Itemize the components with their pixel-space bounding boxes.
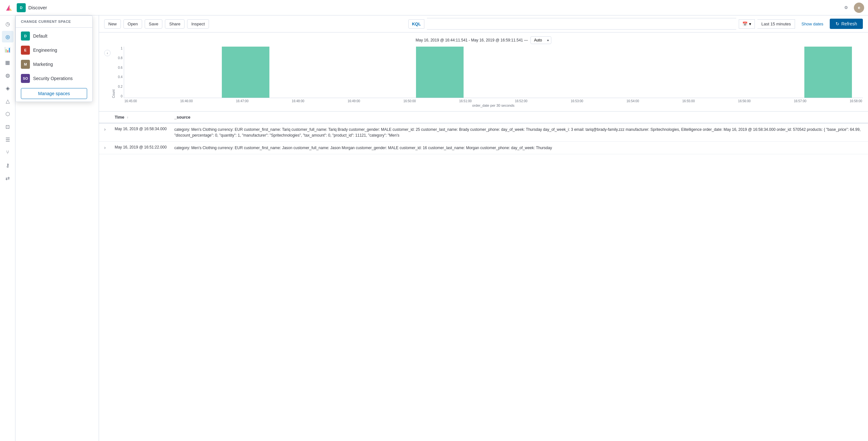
x-label: 16:52:00 <box>515 99 528 103</box>
space-item-default[interactable]: D Default <box>16 29 92 43</box>
chart-header: May 16, 2019 @ 16:44:11.541 - May 16, 20… <box>104 36 863 44</box>
x-label: 16:45:00 <box>124 99 137 103</box>
x-label: 16:56:00 <box>738 99 751 103</box>
sidebar-icon-key[interactable]: ⚷ <box>2 159 13 171</box>
table-body: › May 16, 2019 @ 16:58:34.000 category: … <box>99 123 868 154</box>
space-item-marketing[interactable]: M Marketing <box>16 57 92 71</box>
refresh-button[interactable]: ↻ Refresh <box>830 19 863 29</box>
data-table: Time ↑ _source › May 16, 2019 @ 16:58:34… <box>99 112 868 154</box>
chart-date-range: May 16, 2019 @ 16:44:11.541 - May 16, 20… <box>416 38 528 42</box>
sidebar-icons: ◷ ◎ 📊 ▦ ◍ ◈ △ ⬡ ⊡ ☰ ⑂ ⚷ ⇄ <box>0 15 16 441</box>
manage-spaces-button[interactable]: Manage spaces <box>21 88 87 99</box>
sidebar-icon-stack[interactable]: ☰ <box>2 134 13 145</box>
expand-row-1[interactable]: › <box>103 127 107 132</box>
marketing-space-label: Marketing <box>33 62 53 67</box>
chart-wrapper: ‹ Count 1 0.8 0.6 0.4 0.2 0 <box>104 46 863 107</box>
table-row: › May 16, 2019 @ 16:51:22.000 category: … <box>99 142 868 154</box>
sidebar-icon-git[interactable]: ⑂ <box>2 147 13 158</box>
sidebar-icon-gauge[interactable]: ◍ <box>2 69 13 81</box>
toolbar-left: New Open Save Share Inspect <box>104 19 406 29</box>
table-row: › May 16, 2019 @ 16:58:34.000 category: … <box>99 123 868 142</box>
share-button[interactable]: Share <box>165 19 185 29</box>
x-label: 16:55:00 <box>682 99 695 103</box>
sidebar-icon-clock[interactable]: ◷ <box>2 18 13 30</box>
chart-bars-area[interactable]: 16:45:0016:46:0016:47:0016:48:0016:49:00… <box>124 46 863 107</box>
sidebar-icon-map[interactable]: ◈ <box>2 82 13 94</box>
x-label: 16:48:00 <box>292 99 305 103</box>
refresh-icon: ↻ <box>836 21 839 26</box>
search-input[interactable] <box>427 18 736 30</box>
space-menu: CHANGE CURRENT SPACE D Default E Enginee… <box>16 15 93 102</box>
engineering-space-label: Engineering <box>33 48 57 53</box>
space-avatar[interactable]: D <box>17 3 26 12</box>
refresh-label: Refresh <box>841 21 857 26</box>
sidebar-icon-compass[interactable]: ◎ <box>2 31 13 42</box>
time-cell-1: May 16, 2019 @ 16:58:34.000 <box>111 123 171 142</box>
default-space-avatar: D <box>21 32 30 40</box>
chart-nav-left[interactable]: ‹ <box>104 50 111 56</box>
chart-bar <box>222 46 270 98</box>
settings-button[interactable]: ⚙ <box>841 3 851 13</box>
source-cell-1: category: Men's Clothing currency: EUR c… <box>170 123 868 142</box>
x-label: 16:54:00 <box>626 99 639 103</box>
time-cell-2: May 16, 2019 @ 16:51:22.000 <box>111 142 171 154</box>
open-button[interactable]: Open <box>123 19 142 29</box>
x-label: 16:53:00 <box>570 99 583 103</box>
x-label: 16:46:00 <box>180 99 193 103</box>
top-nav: D Discover ⚙ e <box>0 0 868 15</box>
space-item-engineering[interactable]: E Engineering <box>16 43 92 57</box>
sidebar-icon-canvas[interactable]: △ <box>2 95 13 107</box>
chevron-down-icon: ▾ <box>749 22 751 26</box>
time-col-header[interactable]: Time ↑ <box>111 112 171 123</box>
marketing-space-avatar: M <box>21 60 30 69</box>
new-button[interactable]: New <box>104 19 121 29</box>
app-title: Discover <box>28 5 47 10</box>
space-menu-header: CHANGE CURRENT SPACE <box>16 16 92 28</box>
table-header: Time ↑ _source <box>99 112 868 123</box>
sidebar-icon-arrows[interactable]: ⇄ <box>2 172 13 184</box>
calendar-button[interactable]: 📅 ▾ <box>739 19 755 29</box>
engineering-space-avatar: E <box>21 45 30 55</box>
x-label: 16:51:00 <box>459 99 472 103</box>
expand-col-header <box>99 112 111 123</box>
show-dates-button[interactable]: Show dates <box>798 20 827 28</box>
time-range-display: Last 15 minutes <box>757 19 795 29</box>
main-layout: ◷ ◎ 📊 ▦ ◍ ◈ △ ⬡ ⊡ ☰ ⑂ ⚷ ⇄ CHANGE CURRENT… <box>0 15 868 441</box>
chart-bar <box>416 46 464 98</box>
security-ops-space-avatar: SO <box>21 74 30 83</box>
inspect-button[interactable]: Inspect <box>187 19 209 29</box>
x-label: 16:58:00 <box>850 99 862 103</box>
security-ops-space-label: Security Operations <box>33 76 73 81</box>
kibana-logo <box>4 3 14 13</box>
kql-button[interactable]: KQL <box>408 19 424 29</box>
y-axis-ticks: 1 0.8 0.6 0.4 0.2 0 <box>116 46 124 98</box>
x-label: 16:49:00 <box>347 99 360 103</box>
x-label: 16:50:00 <box>403 99 416 103</box>
source-cell-2: category: Men's Clothing currency: EUR c… <box>170 142 868 154</box>
chart-bar <box>804 46 852 98</box>
sidebar-icon-graph[interactable]: ⬡ <box>2 108 13 120</box>
x-label: 16:57:00 <box>794 99 806 103</box>
sidebar-icon-security[interactable]: ⊡ <box>2 121 13 132</box>
sidebar-icon-grid[interactable]: ▦ <box>2 57 13 68</box>
x-label: 16:47:00 <box>236 99 248 103</box>
main-content: New Open Save Share Inspect KQL 📅 ▾ Last… <box>99 15 868 441</box>
sort-icon: ↑ <box>127 116 128 119</box>
x-axis-title: order_date per 30 seconds <box>124 103 863 107</box>
chart-area: May 16, 2019 @ 16:44:11.541 - May 16, 20… <box>99 32 868 112</box>
toolbar: New Open Save Share Inspect KQL 📅 ▾ Last… <box>99 15 868 32</box>
save-button[interactable]: Save <box>145 19 163 29</box>
calendar-icon: 📅 <box>742 22 748 26</box>
table-area: Time ↑ _source › May 16, 2019 @ 16:58:34… <box>99 112 868 441</box>
default-space-label: Default <box>33 33 47 38</box>
source-col-header: _source <box>170 112 868 123</box>
y-axis-label: Count <box>112 46 116 98</box>
interval-select[interactable]: Auto <box>530 36 551 44</box>
expand-row-2[interactable]: › <box>103 145 107 150</box>
user-avatar[interactable]: e <box>854 3 864 13</box>
space-item-security-ops[interactable]: SO Security Operations <box>16 71 92 86</box>
sidebar-icon-chart[interactable]: 📊 <box>2 44 13 55</box>
